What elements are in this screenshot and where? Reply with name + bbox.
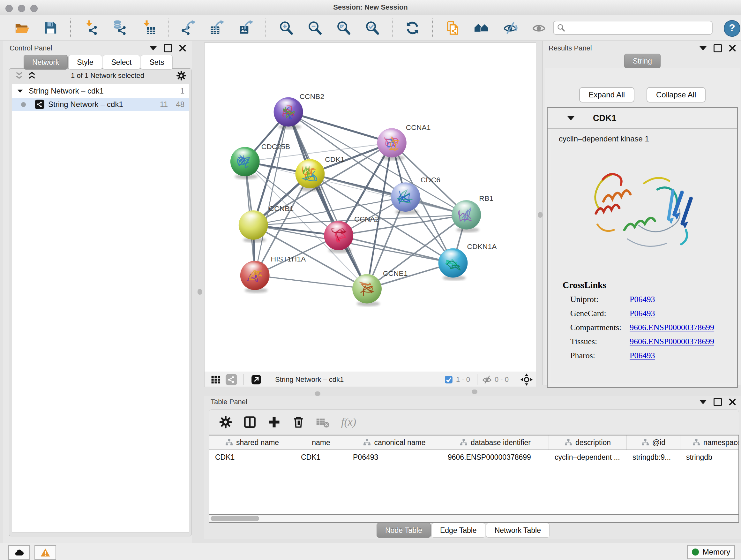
close-panel-icon[interactable] (729, 45, 736, 52)
tab-network[interactable]: Network (23, 55, 68, 70)
close-panel-icon[interactable] (179, 45, 186, 52)
network-share-icon[interactable] (226, 374, 237, 385)
grid-view-icon[interactable] (210, 374, 221, 385)
collapse-card-icon[interactable] (567, 116, 575, 120)
network-edge-CCNB2-CCNA1[interactable] (288, 112, 392, 143)
export-table-button[interactable] (208, 18, 226, 37)
column-header-name[interactable]: name (295, 435, 347, 449)
maximize-panel-icon[interactable] (164, 44, 172, 52)
zoom-out-button[interactable] (306, 18, 324, 37)
tab-select[interactable]: Select (103, 55, 140, 70)
table-cell[interactable]: P06493 (347, 450, 442, 464)
expand-all-networks-icon[interactable] (26, 70, 37, 81)
scrollbar-thumb[interactable] (211, 516, 259, 521)
splitter-handle[interactable] (198, 289, 202, 295)
maximize-panel-icon[interactable] (714, 44, 722, 52)
column-header-namespace[interactable]: namespace (680, 435, 739, 449)
export-image-button[interactable] (237, 18, 255, 37)
tab-style[interactable]: Style (68, 55, 102, 70)
crosslink-value-link[interactable]: 9606.ENSP00000378699 (630, 337, 714, 347)
tab-node-table[interactable]: Node Table (377, 523, 431, 538)
network-edge-HIST1H1A-CCNE1[interactable] (255, 275, 367, 289)
table-cell[interactable]: cyclin–dependent ... (549, 450, 627, 464)
network-node-CDC6[interactable] (391, 182, 420, 214)
import-network-from-database-button[interactable] (111, 18, 128, 37)
hidden-items-eye-icon[interactable] (482, 374, 492, 385)
network-edge-CDK1-RB1[interactable] (310, 174, 466, 215)
import-table-from-file-button[interactable] (139, 18, 157, 37)
float-panel-icon[interactable] (699, 46, 706, 51)
import-network-from-file-button[interactable] (82, 18, 99, 37)
collection-expander-icon[interactable] (17, 89, 23, 92)
show-all-button[interactable] (530, 18, 548, 37)
close-panel-icon[interactable] (729, 398, 736, 406)
help-button[interactable]: ? (724, 20, 740, 37)
memory-button[interactable]: Memory (687, 545, 735, 559)
first-neighbors-button[interactable] (472, 18, 490, 37)
add-column-icon[interactable] (267, 415, 281, 429)
column-header-shared-name[interactable]: shared name (209, 435, 295, 449)
collapse-all-networks-icon[interactable] (14, 70, 24, 81)
float-panel-icon[interactable] (150, 46, 157, 51)
network-node-RB1[interactable] (452, 200, 481, 233)
warnings-button[interactable] (35, 545, 56, 560)
network-canvas[interactable]: CCNB2CCNA1CDC25BCDK1CDC6RB1CCNB1CCNA2CDK… (205, 43, 536, 372)
network-node-CDKN1A[interactable] (439, 248, 468, 281)
hide-selected-button[interactable] (501, 18, 519, 37)
maximize-panel-icon[interactable] (714, 398, 722, 406)
table-cell[interactable]: CDK1 (295, 450, 347, 464)
open-session-button[interactable] (13, 18, 30, 37)
zoom-fit-content-button[interactable] (334, 18, 352, 37)
column-header-database-identifier[interactable]: database identifier (442, 435, 549, 449)
export-network-button[interactable] (179, 18, 197, 37)
table-settings-gear-icon[interactable] (219, 415, 232, 429)
column-header-canonical-name[interactable]: canonical name (347, 435, 442, 449)
collapse-all-button[interactable]: Collapse All (647, 87, 705, 103)
selected-items-icon[interactable] (444, 375, 454, 384)
open-in-window-icon[interactable] (251, 374, 262, 385)
delete-column-trash-icon[interactable] (291, 415, 306, 429)
crosslink-value-link[interactable]: P06493 (630, 351, 655, 361)
table-row[interactable]: CDK1CDK1P064939606.ENSP00000378699cyclin… (209, 450, 738, 464)
close-window-button[interactable] (5, 5, 13, 12)
network-edge-CCNB2-HIST1H1A[interactable] (255, 112, 288, 275)
cloud-status-button[interactable] (8, 545, 30, 560)
tab-edge-table[interactable]: Edge Table (431, 523, 485, 538)
network-node-CDC25B[interactable] (230, 147, 260, 179)
table-cell[interactable]: stringdb (680, 450, 739, 464)
tab-string[interactable]: String (624, 54, 661, 68)
float-panel-icon[interactable] (699, 400, 706, 404)
network-node-CCNB1[interactable] (239, 210, 268, 243)
crosslink-value-link[interactable]: P06493 (630, 309, 655, 318)
network-node-CCNE1[interactable] (352, 274, 382, 307)
network-node-HIST1H1A[interactable] (240, 261, 270, 293)
show-columns-icon[interactable] (243, 415, 257, 429)
birdseye-crosshair-icon[interactable] (521, 374, 533, 386)
minimize-window-button[interactable] (18, 5, 25, 12)
splitter-handle[interactable] (538, 212, 542, 218)
table-cell[interactable]: stringdb:9... (627, 450, 680, 464)
maximize-window-button[interactable] (30, 5, 38, 12)
zoom-selected-button[interactable] (363, 18, 381, 37)
zoom-in-button[interactable] (277, 18, 295, 37)
expand-all-button[interactable]: Expand All (579, 87, 634, 103)
gear-icon[interactable] (176, 70, 187, 81)
table-cell[interactable]: CDK1 (209, 450, 295, 464)
column-header--id[interactable]: @id (627, 435, 680, 449)
network-node-CCNA1[interactable] (377, 128, 407, 160)
refresh-layout-button[interactable] (403, 18, 421, 37)
search-input[interactable] (568, 23, 709, 32)
network-node-CDK1[interactable] (295, 159, 325, 191)
network-collection-row[interactable]: String Network – cdk1 1 (12, 84, 189, 98)
tab-network-table[interactable]: Network Table (486, 523, 549, 538)
save-session-button[interactable] (42, 18, 59, 37)
network-row[interactable]: String Network – cdk1 11 48 (12, 98, 189, 111)
crosslink-value-link[interactable]: P06493 (630, 295, 655, 304)
splitter-handle[interactable] (472, 389, 477, 394)
column-header-description[interactable]: description (549, 435, 627, 449)
tab-sets[interactable]: Sets (141, 55, 173, 70)
protein-card-header[interactable]: CDK1 (548, 108, 737, 129)
table-cell[interactable]: 9606.ENSP00000378699 (442, 450, 549, 464)
crosslink-value-link[interactable]: 9606.ENSP00000378699 (630, 323, 714, 332)
clone-network-button[interactable] (444, 18, 461, 37)
